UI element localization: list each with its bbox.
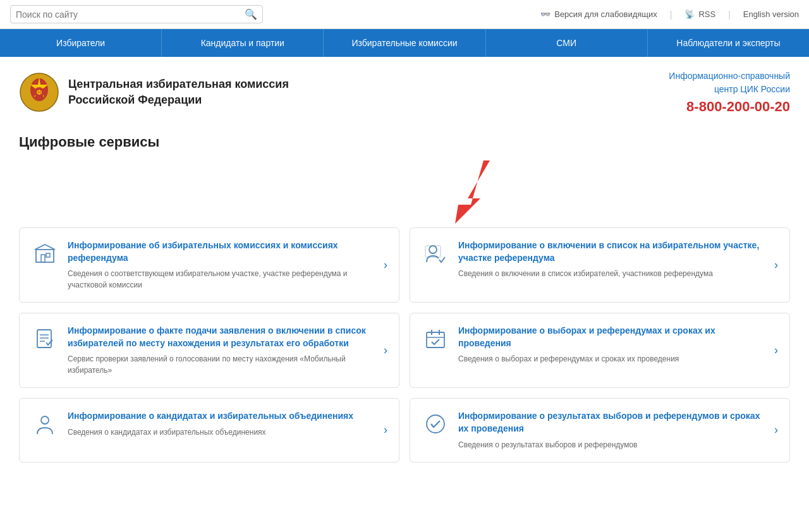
svg-marker-5 xyxy=(455,160,490,224)
svg-point-20 xyxy=(427,415,444,433)
nav-item-voters[interactable]: Избиратели xyxy=(0,29,162,57)
card-desc: Сведения о включении в список избирателе… xyxy=(458,268,760,279)
logo-section: Ф Центральная избирательная комиссия Рос… xyxy=(19,72,289,112)
nav-item-observers[interactable]: Наблюдатели и эксперты xyxy=(648,29,809,57)
card-content: Информирование об избирательных комиссия… xyxy=(68,239,370,291)
english-link[interactable]: English version xyxy=(743,9,799,19)
red-arrow-icon xyxy=(449,160,499,224)
card-content: Информирование о выборах и референдумах … xyxy=(458,325,760,365)
svg-rect-7 xyxy=(41,255,45,262)
cards-grid: Информирование об избирательных комиссия… xyxy=(19,227,790,462)
org-name-block: Центральная избирательная комиссия Росси… xyxy=(68,76,289,108)
card-icon-document-list xyxy=(31,325,59,353)
svg-rect-15 xyxy=(427,332,444,348)
card-desc: Сведения о кандидатах и избирательных об… xyxy=(68,426,370,438)
card-content: Информирование о кандидатах и избиратель… xyxy=(68,410,370,438)
separator: | xyxy=(670,9,672,20)
card-commissions-info[interactable]: Информирование об избирательных комиссия… xyxy=(19,227,399,303)
card-desc: Сведения о выборах и референдумах и срок… xyxy=(458,353,760,365)
card-title: Информирование о результатах выборов и р… xyxy=(458,410,760,435)
rss-icon: 📡 xyxy=(684,9,695,19)
english-label: English version xyxy=(743,9,799,19)
card-content: Информирование о результатах выборов и р… xyxy=(458,410,760,450)
card-chevron-icon: › xyxy=(774,258,778,272)
svg-rect-8 xyxy=(46,253,50,257)
rss-link[interactable]: 📡 RSS xyxy=(684,9,715,19)
svg-point-19 xyxy=(41,416,49,424)
card-icon-vote-check xyxy=(422,410,449,438)
nav-item-commissions[interactable]: Избирательные комиссии xyxy=(324,29,485,57)
svg-point-9 xyxy=(429,246,437,253)
card-icon-person-check xyxy=(422,239,449,267)
card-content: Информирование о включении в список на и… xyxy=(458,239,760,279)
card-desc: Сведения о результатах выборов и референ… xyxy=(458,439,760,450)
card-title: Информирование о выборах и референдумах … xyxy=(458,325,760,349)
svg-rect-11 xyxy=(37,330,51,348)
card-icon-calendar-check xyxy=(422,325,449,353)
card-icon-building xyxy=(31,239,59,267)
nav-item-candidates[interactable]: Кандидаты и партии xyxy=(162,29,324,57)
search-input[interactable] xyxy=(16,9,245,20)
card-title: Информирование о кандидатах и избиратель… xyxy=(68,410,370,423)
svg-text:Ф: Ф xyxy=(37,89,42,96)
separator2: | xyxy=(728,9,731,20)
vision-icon: 👓 xyxy=(540,9,550,19)
card-results-info[interactable]: Информирование о результатах выборов и р… xyxy=(410,398,790,462)
card-chevron-icon: › xyxy=(384,423,387,437)
vision-label: Версия для слабовидящих xyxy=(554,9,657,19)
card-elections-info[interactable]: Информирование о выборах и референдумах … xyxy=(410,313,790,388)
card-application-info[interactable]: Информирование о факте подачи заявления … xyxy=(19,313,399,388)
card-title: Информирование о включении в список на и… xyxy=(458,239,760,264)
card-chevron-icon: › xyxy=(774,423,778,437)
card-voter-list-info[interactable]: Информирование о включении в список на и… xyxy=(410,227,790,303)
card-desc: Сервис проверки заявлений о голосовании … xyxy=(68,353,370,376)
card-title: Информирование о факте подачи заявления … xyxy=(68,325,370,349)
red-arrow-container xyxy=(19,160,790,224)
top-bar-right: 👓 Версия для слабовидящих | 📡 RSS | Engl… xyxy=(540,9,799,20)
nav-item-media[interactable]: СМИ xyxy=(486,29,648,57)
card-chevron-icon: › xyxy=(384,344,387,357)
info-center: Информационно-справочный центр ЦИК Росси… xyxy=(669,70,790,115)
phone-number: 8-800-200-00-20 xyxy=(669,99,790,115)
card-content: Информирование о факте подачи заявления … xyxy=(68,325,370,376)
card-icon-person-card xyxy=(31,410,59,438)
card-chevron-icon: › xyxy=(384,258,387,272)
digital-section: Цифровые сервисы Информирование об избир… xyxy=(0,128,809,475)
coat-of-arms-icon: Ф xyxy=(19,72,59,112)
search-button[interactable]: 🔍 xyxy=(245,8,257,20)
section-title: Цифровые сервисы xyxy=(19,134,790,150)
header-area: Ф Центральная избирательная комиссия Рос… xyxy=(0,57,809,128)
card-candidates-info[interactable]: Информирование о кандидатах и избиратель… xyxy=(19,398,399,462)
card-title: Информирование об избирательных комиссия… xyxy=(68,239,370,264)
card-chevron-icon: › xyxy=(774,344,778,357)
nav-bar: Избиратели Кандидаты и партии Избиратель… xyxy=(0,29,809,57)
search-container: 🔍 xyxy=(10,5,263,23)
rss-label: RSS xyxy=(698,9,715,19)
top-bar: 🔍 👓 Версия для слабовидящих | 📡 RSS | En… xyxy=(0,0,809,29)
card-desc: Сведения о соответствующем избирательном… xyxy=(68,268,370,291)
vision-link[interactable]: 👓 Версия для слабовидящих xyxy=(540,9,657,19)
